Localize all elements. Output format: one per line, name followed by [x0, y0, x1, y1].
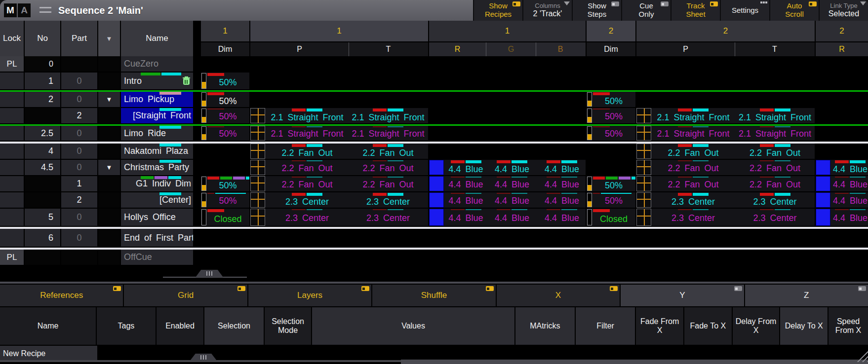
pan-tilt-cell-2[interactable]: [636, 73, 815, 89]
pan-tilt-cell-2[interactable]: [636, 92, 815, 107]
name-cell[interactable]: Limo Pickup: [121, 92, 193, 107]
dim-cell-2[interactable]: 50%: [587, 192, 635, 208]
tab-z[interactable]: Z: [745, 285, 868, 306]
new-recipe-button[interactable]: New Recipe: [0, 346, 97, 361]
pan-tilt-cell-1[interactable]: 2.2 Fan Out2.2 Fan Out: [250, 160, 428, 175]
dim-cell-2[interactable]: [587, 160, 635, 175]
dim-cell-1[interactable]: 50%: [201, 126, 249, 141]
pan-tilt-cell-1[interactable]: [250, 92, 428, 107]
recipe-button-selection[interactable]: Selection: [204, 307, 263, 345]
part-number-cell[interactable]: 0: [61, 126, 97, 141]
cue-number-cell[interactable]: 2: [25, 92, 60, 107]
dim-cell-1[interactable]: Closed: [201, 209, 249, 226]
column-header-lock[interactable]: Lock: [0, 21, 24, 56]
pan-tilt-cell-2[interactable]: 2.1 Straight Front2.1 Straight Front: [636, 126, 815, 141]
dim-cell-1[interactable]: 50%: [201, 176, 249, 191]
part-number-cell[interactable]: 1: [61, 176, 97, 191]
recipe-button-speed-from-x[interactable]: Speed From X: [829, 307, 868, 345]
rgb-cell-1[interactable]: [429, 92, 586, 107]
tab-shuffle[interactable]: Shuffle: [372, 285, 495, 306]
lock-cell[interactable]: [0, 229, 24, 247]
dim-cell-1[interactable]: 50%: [201, 192, 249, 208]
window-menu-icon[interactable]: [39, 7, 51, 14]
part-number-cell[interactable]: 0: [61, 73, 97, 89]
column-header-dim[interactable]: Dim: [201, 42, 249, 56]
dim-cell-1[interactable]: [201, 229, 249, 247]
name-cell[interactable]: [Center]: [121, 192, 193, 208]
name-cell[interactable]: OffCue: [121, 250, 193, 265]
dim-cell-2[interactable]: [587, 56, 635, 72]
rgb-cell-1[interactable]: 4.4 Blue4.4 Blue4.4 Blue: [429, 160, 586, 175]
tab-grid[interactable]: Grid: [124, 285, 247, 306]
r-cell-2[interactable]: [816, 144, 868, 159]
group-header-dim1[interactable]: 1: [201, 21, 249, 41]
lock-cell[interactable]: PL: [0, 56, 24, 72]
part-number-cell[interactable]: 0: [61, 209, 97, 226]
rgb-cell-1[interactable]: [429, 229, 586, 247]
rgb-cell-1[interactable]: 4.4 Blue4.4 Blue4.4 Blue: [429, 176, 586, 191]
lock-cell[interactable]: [0, 73, 24, 89]
pan-tilt-cell-2[interactable]: [636, 229, 815, 247]
r-cell-2[interactable]: [816, 250, 868, 265]
cue-number-cell[interactable]: 0: [25, 56, 60, 72]
pan-tilt-cell-2[interactable]: 2.1 Straight Front2.1 Straight Front: [636, 108, 815, 123]
titlebar-button-cue-only[interactable]: CueOnly: [621, 0, 671, 21]
part-number-cell[interactable]: 2: [61, 192, 97, 208]
pan-tilt-cell-1[interactable]: [250, 229, 428, 247]
rgb-cell-1[interactable]: [429, 126, 586, 141]
name-cell[interactable]: End of First Part: [121, 229, 193, 247]
r-cell-2[interactable]: 4.4 Blue: [816, 192, 868, 208]
name-cell[interactable]: CueZero: [121, 56, 193, 72]
titlebar-button-show-steps[interactable]: ShowSteps: [572, 0, 621, 21]
recipe-button-filter[interactable]: Filter: [576, 307, 635, 345]
pan-tilt-cell-1[interactable]: 2.1 Straight Front2.1 Straight Front: [250, 126, 428, 141]
tab-x[interactable]: X: [497, 285, 620, 306]
pan-tilt-cell-2[interactable]: 2.2 Fan Out2.2 Fan Out: [636, 144, 815, 159]
rgb-cell-1[interactable]: [429, 73, 586, 89]
column-header-dim[interactable]: Dim: [587, 42, 635, 56]
rgb-cell-1[interactable]: 4.4 Blue4.4 Blue4.4 Blue: [429, 209, 586, 226]
dim-cell-1[interactable]: [201, 144, 249, 159]
name-cell[interactable]: G1 Indiv Dim: [121, 176, 193, 191]
lock-cell[interactable]: [0, 209, 24, 226]
ma-logo[interactable]: M A: [4, 0, 31, 21]
recipe-button-selection-mode[interactable]: Selection Mode: [265, 307, 312, 345]
group-header-r2[interactable]: 2: [816, 21, 868, 41]
titlebar-button-columns[interactable]: Columns2 'Track': [522, 0, 572, 21]
dim-cell-1[interactable]: 50%: [201, 92, 249, 107]
r-cell-2[interactable]: [816, 92, 868, 107]
dim-cell-2[interactable]: 50%: [587, 92, 635, 107]
r-cell-2[interactable]: 4.4 Blue: [816, 160, 868, 175]
part-number-cell[interactable]: 0: [61, 144, 97, 159]
pan-tilt-cell-1[interactable]: [250, 250, 428, 265]
lock-cell[interactable]: [0, 160, 24, 175]
name-cell[interactable]: Intro: [121, 73, 193, 89]
part-number-cell[interactable]: [61, 250, 97, 265]
r-cell-2[interactable]: [816, 108, 868, 123]
lock-cell[interactable]: [0, 92, 24, 107]
pan-tilt-cell-1[interactable]: [250, 56, 428, 72]
tab-y[interactable]: Y: [621, 285, 744, 306]
group-header-pt1[interactable]: 1: [250, 21, 428, 41]
recipe-button-delay-to-x[interactable]: Delay To X: [780, 307, 828, 345]
lock-cell[interactable]: [0, 192, 24, 208]
column-header-expand[interactable]: ▼: [98, 21, 120, 56]
lock-cell[interactable]: [0, 144, 24, 159]
lock-cell[interactable]: [0, 126, 24, 141]
cue-number-cell[interactable]: [25, 250, 60, 265]
r-cell-2[interactable]: 4.4 Blue: [816, 176, 868, 191]
part-number-cell[interactable]: [61, 56, 97, 72]
recipe-button-matricks[interactable]: MAtricks: [515, 307, 575, 345]
dim-cell-1[interactable]: [201, 56, 249, 72]
column-header-p[interactable]: P: [636, 42, 735, 56]
name-cell[interactable]: Christmas Party: [121, 160, 193, 175]
part-number-cell[interactable]: 0: [61, 229, 97, 247]
dim-cell-1[interactable]: 50%: [201, 108, 249, 123]
pan-tilt-cell-1[interactable]: 2.2 Fan Out2.2 Fan Out: [250, 144, 428, 159]
r-cell-2[interactable]: [816, 56, 868, 72]
name-cell[interactable]: [Straight Front: [121, 108, 193, 123]
recipe-button-fade-from-x[interactable]: Fade From X: [636, 307, 683, 345]
expand-toggle-cell[interactable]: ▼: [98, 160, 120, 175]
titlebar-button-link-type[interactable]: Link TypeSelected: [819, 0, 868, 21]
titlebar-button-track-sheet[interactable]: TrackSheet: [671, 0, 720, 21]
